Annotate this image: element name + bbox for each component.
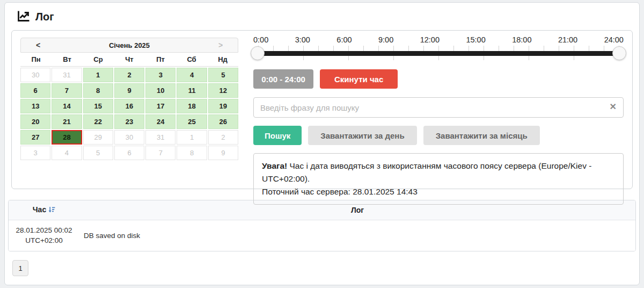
search-input[interactable] [253,97,624,118]
calendar-day[interactable]: 21 [52,114,82,129]
calendar-day[interactable]: 29 [83,130,113,145]
page-title: Лог [35,11,54,23]
slider-tick [469,46,469,51]
log-time: 28.01.2025 00:02 [9,225,79,236]
calendar-prev-button[interactable]: < [21,41,55,49]
calendar-day[interactable]: 17 [145,99,175,113]
slider-tick [378,46,379,51]
slider-time-label: 6:00 [336,35,352,44]
calendar-day[interactable]: 1 [177,130,207,145]
calendar-day[interactable]: 27 [20,130,50,145]
calendar-day[interactable]: 5 [83,146,113,160]
weekday-label: Пт [145,55,176,63]
calendar-day[interactable]: 15 [83,99,113,113]
pagination: 1 [12,260,639,276]
search-field-wrap: ✕ [253,97,624,118]
calendar: < Січень 2025 > ПнВтСрЧтПтСбНд 303112345… [20,38,238,182]
calendar-week-row: 3456789 [20,146,238,160]
slider-tick [318,46,319,51]
calendar-weekday-row: ПнВтСрЧтПтСбНд [20,53,238,67]
weekday-label: Нд [207,55,238,63]
calendar-day[interactable]: 22 [83,114,113,129]
calendar-day[interactable]: 5 [208,68,238,82]
clear-search-icon[interactable]: ✕ [610,103,617,111]
time-range-button[interactable]: 0:00 - 24:00 [253,69,313,89]
action-buttons-row: Пошук Завантажити за день Завантажити за… [253,126,624,145]
load-month-button[interactable]: Завантажити за місяць [423,126,540,145]
slider-track[interactable] [258,51,619,56]
calendar-day[interactable]: 3 [145,68,175,82]
calendar-day[interactable]: 7 [52,83,82,98]
calendar-day[interactable]: 31 [145,130,175,145]
slider-tick [514,46,514,51]
calendar-day[interactable]: 7 [145,146,175,160]
calendar-day[interactable]: 3 [20,146,50,160]
slider-time-label: 15:00 [466,35,485,44]
log-message-cell: DB saved on disk [79,220,635,251]
reset-time-button[interactable]: Скинути час [320,69,398,89]
slider-handle-end[interactable] [612,46,626,60]
time-buttons-row: 0:00 - 24:00 Скинути час [253,69,624,89]
weekday-label: Сб [176,55,207,63]
column-header-time[interactable]: Час [9,200,79,220]
calendar-day[interactable]: 18 [177,99,207,113]
calendar-day[interactable]: 6 [114,146,144,160]
calendar-day[interactable]: 1 [83,68,113,82]
slider-tick [423,46,424,51]
slider-time-label: 18:00 [512,35,531,44]
calendar-day[interactable]: 8 [83,83,113,98]
page-card: Лог < Січень 2025 > ПнВтСрЧтПтСбНд 30311… [4,2,640,285]
slider-tick [408,46,409,51]
calendar-day[interactable]: 4 [52,146,82,160]
calendar-day[interactable]: 28 [52,130,82,145]
calendar-day[interactable]: 19 [208,99,238,113]
log-timezone: UTC+02:00 [9,235,79,246]
page-button[interactable]: 1 [12,260,28,276]
calendar-next-button[interactable]: > [203,41,238,49]
calendar-day[interactable]: 10 [145,83,175,98]
load-day-button[interactable]: Завантажити за день [308,126,416,145]
slider-tick [544,46,544,51]
calendar-day[interactable]: 11 [177,83,207,98]
notice-line1: Час і дата виводяться з використанням ча… [262,161,591,183]
calendar-day[interactable]: 16 [114,99,144,113]
calendar-day[interactable]: 4 [177,68,207,82]
calendar-day[interactable]: 26 [208,114,238,129]
calendar-day[interactable]: 30 [114,130,144,145]
search-button[interactable]: Пошук [253,126,302,145]
calendar-day[interactable]: 9 [208,146,238,160]
slider-tick [363,46,364,51]
slider-time-label: 24:00 [604,35,624,44]
calendar-day[interactable]: 23 [114,114,144,129]
slider-time-label: 9:00 [378,35,393,44]
weekday-label: Чт [114,55,145,63]
calendar-day[interactable]: 20 [20,114,50,129]
weekday-label: Вт [52,55,83,63]
calendar-day[interactable]: 13 [20,99,50,113]
calendar-day[interactable]: 9 [114,83,144,98]
slider-labels: 0:003:006:009:0012:0015:0018:0021:0024:0… [253,35,624,44]
calendar-week-row: 20212223242526 [20,114,238,129]
calendar-week-row: 272829303112 [20,130,238,145]
calendar-day[interactable]: 8 [177,146,207,160]
log-chart-icon [17,10,30,24]
calendar-day[interactable]: 30 [20,68,50,82]
time-slider: 0:003:006:009:0012:0015:0018:0021:0024:0… [253,35,624,63]
calendar-day[interactable]: 12 [208,83,238,98]
slider-time-label: 21:00 [558,35,577,44]
calendar-day[interactable]: 2 [114,68,144,82]
weekday-label: Ср [83,55,114,63]
slider-track-area [253,46,624,63]
calendar-day[interactable]: 24 [145,114,175,129]
calendar-day[interactable]: 14 [52,99,82,113]
calendar-day[interactable]: 2 [208,130,238,145]
calendar-day[interactable]: 31 [52,68,82,82]
column-header-time-label: Час [33,205,46,214]
calendar-day[interactable]: 6 [20,83,50,98]
slider-tick [288,46,289,51]
slider-tick [453,46,454,51]
notice-line2: Поточний час сервера: 28.01.2025 14:43 [262,187,418,196]
page-header: Лог [5,3,639,29]
slider-handle-start[interactable] [251,46,265,60]
calendar-day[interactable]: 25 [177,114,207,129]
